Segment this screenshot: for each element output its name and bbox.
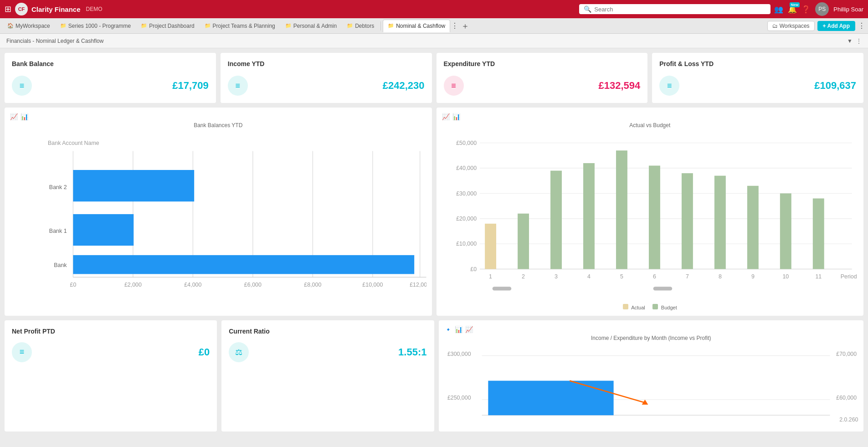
tab-project-teams[interactable]: 📁 Project Teams & Planning: [200, 20, 280, 32]
kpi-current-ratio-body: ⚖ 1.55:1: [229, 342, 426, 362]
ie-chart-title: Income / Expenditure by Month (Income vs…: [444, 335, 858, 341]
bar-bank: [73, 255, 414, 274]
tab-project-dashboard[interactable]: 📁 Project Dashboard: [136, 20, 199, 32]
kpi-expenditure-ytd-title: Expenditure YTD: [444, 60, 641, 67]
svg-text:Bank Account Name: Bank Account Name: [48, 140, 99, 146]
tab-icon-myworkspace: 🏠: [7, 23, 14, 29]
tab-icon-debtors: 📁: [347, 23, 353, 29]
tab-debtors[interactable]: 📁 Debtors: [342, 20, 379, 32]
tab-icon-personal-admin: 📁: [285, 23, 292, 29]
avb-bar-actual-1: [485, 224, 496, 269]
actual-vs-budget-chart-header: 📈 📊: [442, 113, 858, 120]
svg-text:2.0.260: 2.0.260: [839, 416, 858, 423]
ie-chart-line-icon[interactable]: 📈: [465, 326, 473, 333]
kpi-expenditure-ytd-icon[interactable]: ≡: [444, 76, 464, 96]
search-icon: 🔍: [584, 5, 591, 13]
svg-text:£8,000: £8,000: [304, 282, 321, 288]
bank-chart-line-icon[interactable]: 📈: [10, 113, 18, 120]
avb-bar-actual-6: [648, 166, 660, 269]
svg-text:Bank 2: Bank 2: [49, 184, 67, 190]
kpi-profit-loss-ytd-body: ≡ £109,637: [659, 76, 856, 96]
svg-text:4: 4: [587, 273, 591, 280]
kpi-net-profit-ptd-value: £0: [199, 346, 210, 358]
svg-text:2: 2: [522, 273, 525, 280]
ie-chart-svg: £300,000 £250,000 £70,000 £60,000 2.0.26…: [444, 343, 858, 425]
kpi-current-ratio-icon[interactable]: ⚖: [229, 342, 249, 362]
main-content: Bank Balance ≡ £17,709 Income YTD ≡ £242…: [0, 48, 868, 447]
tab-label-project-teams: Project Teams & Planning: [213, 23, 275, 29]
tab-nominal-cashflow[interactable]: 📁 Nominal & Cashflow: [383, 20, 450, 32]
svg-text:10: 10: [782, 273, 789, 280]
svg-text:Period: Period: [840, 273, 857, 280]
avb-chart-line-icon[interactable]: 📈: [442, 113, 450, 120]
kpi-income-ytd-value: £242,230: [383, 80, 425, 92]
ie-chart-bar-icon[interactable]: 📊: [455, 326, 462, 333]
search-box[interactable]: 🔍: [579, 4, 770, 14]
bottom-row: Net Profit PTD ≡ £0 Current Ratio ⚖ 1.55…: [5, 320, 863, 432]
tab-bar-more-icon[interactable]: ⋮: [858, 21, 865, 30]
kpi-bank-balance: Bank Balance ≡ £17,709: [5, 53, 216, 103]
kpi-expenditure-ytd-body: ≡ £132,594: [444, 76, 641, 96]
svg-text:£20,000: £20,000: [456, 216, 477, 222]
actual-vs-budget-svg: £0 £10,000 £20,000 £30,000 £40,000 £50,0…: [442, 130, 858, 301]
avatar[interactable]: PS: [815, 2, 829, 16]
svg-text:Bank: Bank: [54, 262, 67, 268]
scroll-left: [492, 287, 511, 290]
avb-bar-actual-2: [518, 214, 529, 269]
kpi-income-ytd-icon[interactable]: ≡: [228, 76, 248, 96]
tab-icon-project-teams: 📁: [205, 23, 211, 29]
kpi-profit-loss-ytd-icon[interactable]: ≡: [659, 76, 679, 96]
tab-label-debtors: Debtors: [355, 23, 374, 29]
notifications-icon[interactable]: 🔔 New: [788, 5, 797, 14]
workspaces-button[interactable]: 🗂 Workspaces: [767, 21, 814, 31]
legend-actual: Actual: [623, 304, 645, 310]
avb-legend: Actual Budget: [442, 304, 858, 310]
kpi-profit-loss-ytd-value: £109,637: [814, 80, 856, 92]
kpi-income-ytd-body: ≡ £242,230: [228, 76, 425, 96]
tab-more-icon[interactable]: ⋮: [451, 21, 458, 30]
avb-bar-actual-9: [747, 186, 758, 269]
tab-label-myworkspace: MyWorkspace: [15, 23, 50, 29]
ie-chart-scatter-icon[interactable]: 🔹: [444, 326, 452, 333]
filter-icon[interactable]: ▼: [847, 38, 853, 44]
tab-label-project-dashboard: Project Dashboard: [149, 23, 194, 29]
kpi-income-ytd-title: Income YTD: [228, 60, 425, 67]
search-input[interactable]: [594, 6, 766, 13]
users-icon[interactable]: 👥: [774, 5, 783, 14]
kpi-profit-loss-ytd-title: Profit & Loss YTD: [659, 60, 856, 67]
svg-text:£0: £0: [470, 266, 477, 272]
breadcrumb-more-icon[interactable]: ⋮: [856, 38, 862, 44]
avb-bar-actual-8: [714, 176, 725, 269]
tab-myworkspace[interactable]: 🏠 MyWorkspace: [3, 20, 55, 32]
avb-bar-actual-3: [550, 171, 562, 269]
grid-menu-icon[interactable]: ⊞: [5, 4, 11, 14]
svg-text:£60,000: £60,000: [836, 395, 857, 401]
svg-text:£2,000: £2,000: [124, 282, 142, 288]
actual-vs-budget-chart-card: 📈 📊 Actual vs Budget £0 £10,000 £20,000 …: [437, 108, 864, 316]
bank-chart-bar-icon[interactable]: 📊: [21, 113, 28, 120]
breadcrumb-bar: Financials - Nominal Ledger & Cashflow ▼…: [0, 34, 868, 48]
svg-text:1: 1: [489, 273, 492, 280]
svg-text:7: 7: [685, 273, 688, 280]
workspaces-label: Workspaces: [780, 23, 810, 29]
avb-chart-bar-icon[interactable]: 📊: [452, 113, 460, 120]
kpi-net-profit-ptd-icon[interactable]: ≡: [12, 342, 32, 362]
kpi-bank-balance-icon[interactable]: ≡: [12, 76, 32, 96]
add-tab-icon[interactable]: ＋: [461, 21, 469, 31]
svg-text:£12,000: £12,000: [410, 282, 426, 288]
help-icon[interactable]: ❓: [801, 5, 811, 14]
income-expenditure-chart-card: 🔹 📊 📈 Income / Expenditure by Month (Inc…: [439, 320, 864, 432]
tab-personal-admin[interactable]: 📁 Personal & Admin: [281, 20, 341, 32]
svg-text:11: 11: [815, 273, 822, 280]
svg-text:£10,000: £10,000: [456, 241, 477, 247]
svg-text:5: 5: [620, 273, 623, 280]
nav-icons: 👥 🔔 New ❓ PS Phillip Soar: [774, 2, 863, 16]
svg-text:£30,000: £30,000: [456, 190, 477, 197]
tab-label-series: Series 1000 - Programme: [68, 23, 131, 29]
kpi-bank-balance-value: £17,709: [172, 80, 209, 92]
tab-series1000[interactable]: 📁 Series 1000 - Programme: [56, 20, 135, 32]
bank-balance-chart-header: 📈 📊: [10, 113, 426, 120]
add-app-button[interactable]: + Add App: [817, 21, 855, 31]
tab-right-actions: 🗂 Workspaces + Add App ⋮: [767, 21, 865, 31]
kpi-bank-balance-title: Bank Balance: [12, 60, 209, 67]
